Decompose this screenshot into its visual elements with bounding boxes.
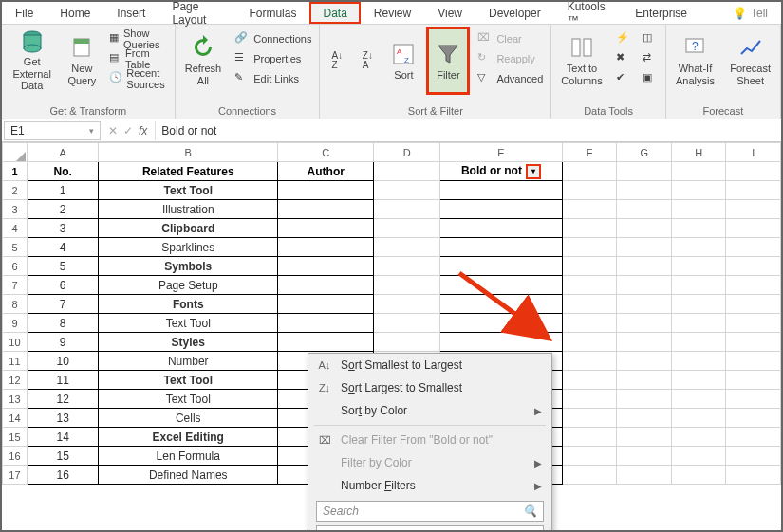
cell[interactable] <box>726 390 781 409</box>
cell[interactable] <box>617 447 672 466</box>
tab-review[interactable]: Review <box>361 2 424 24</box>
cell[interactable] <box>562 257 617 276</box>
cell[interactable] <box>374 162 439 181</box>
cell[interactable] <box>562 371 617 390</box>
cell[interactable]: Excel Editing <box>99 428 278 447</box>
what-if-button[interactable]: ? What-If Analysis <box>670 27 720 95</box>
cell[interactable] <box>439 276 562 295</box>
cell[interactable] <box>617 371 672 390</box>
row-header[interactable]: 9 <box>3 314 28 333</box>
get-external-data-button[interactable]: Get External Data <box>6 27 58 95</box>
cell[interactable]: 11 <box>27 371 98 390</box>
cell[interactable]: 5 <box>27 257 98 276</box>
forecast-sheet-button[interactable]: Forecast Sheet <box>724 27 776 95</box>
tab-data[interactable]: Data <box>309 2 360 24</box>
cell[interactable]: 1 <box>27 181 98 200</box>
cell[interactable]: Symbols <box>99 257 278 276</box>
cell[interactable] <box>726 371 781 390</box>
cell[interactable]: 12 <box>27 390 98 409</box>
cell[interactable]: 13 <box>27 409 98 428</box>
cell[interactable] <box>617 390 672 409</box>
tab-developer[interactable]: Developer <box>475 2 554 24</box>
cell[interactable]: Cells <box>99 409 278 428</box>
cell[interactable] <box>374 295 439 314</box>
cell[interactable]: Number <box>99 352 278 371</box>
cell[interactable] <box>374 181 439 200</box>
cell[interactable] <box>617 162 672 181</box>
cell[interactable] <box>278 181 374 200</box>
cell[interactable] <box>726 181 781 200</box>
cell-filter-header[interactable]: Bold or not▾ <box>439 162 562 181</box>
cell[interactable]: Sparklines <box>99 238 278 257</box>
col-header-F[interactable]: F <box>562 143 617 162</box>
cell[interactable] <box>562 466 617 485</box>
cell[interactable]: 7 <box>27 295 98 314</box>
cell[interactable] <box>617 314 672 333</box>
name-box[interactable]: E1 ▾ <box>4 121 101 140</box>
cell[interactable] <box>278 333 374 352</box>
cell[interactable] <box>278 314 374 333</box>
cell[interactable] <box>374 276 439 295</box>
cell[interactable]: Defined Names <box>99 466 278 485</box>
cell[interactable] <box>439 181 562 200</box>
row-header[interactable]: 3 <box>3 200 28 219</box>
edit-links-button[interactable]: ✎Edit Links <box>231 69 315 88</box>
cell[interactable] <box>726 428 781 447</box>
cell[interactable] <box>726 409 781 428</box>
cell[interactable] <box>562 428 617 447</box>
cell[interactable] <box>617 466 672 485</box>
cell[interactable]: Page Setup <box>99 276 278 295</box>
cell[interactable] <box>617 333 672 352</box>
sort-az-button[interactable]: A↓Z <box>324 27 350 95</box>
tab-enterprise[interactable]: Enterprise <box>622 2 700 24</box>
cell[interactable] <box>374 257 439 276</box>
cell[interactable] <box>726 333 781 352</box>
tab-view[interactable]: View <box>424 2 475 24</box>
clear-filter-button[interactable]: ⌧Clear <box>474 29 547 48</box>
cell[interactable] <box>671 295 726 314</box>
col-header-A[interactable]: A <box>27 143 98 162</box>
cell[interactable] <box>726 162 781 181</box>
cell[interactable]: Text Tool <box>99 390 278 409</box>
cell[interactable] <box>671 162 726 181</box>
cell[interactable] <box>617 409 672 428</box>
cell[interactable] <box>374 200 439 219</box>
cell[interactable] <box>726 257 781 276</box>
row-header[interactable]: 15 <box>3 428 28 447</box>
cell[interactable] <box>439 295 562 314</box>
cancel-icon[interactable]: ✕ <box>108 124 118 138</box>
cell[interactable] <box>671 447 726 466</box>
cell[interactable]: No. <box>27 162 98 181</box>
sort-color-item[interactable]: Sort by Color▶ <box>308 399 551 422</box>
filter-search-input[interactable]: Search🔍 <box>316 501 544 522</box>
cell[interactable] <box>726 200 781 219</box>
cell[interactable] <box>439 200 562 219</box>
select-all-cell[interactable] <box>3 143 28 162</box>
row-header[interactable]: 7 <box>3 276 28 295</box>
col-header-G[interactable]: G <box>617 143 672 162</box>
cell[interactable] <box>278 295 374 314</box>
cell[interactable] <box>562 333 617 352</box>
from-table-button[interactable]: ▤From Table <box>105 49 170 68</box>
cell[interactable]: 15 <box>27 447 98 466</box>
cell[interactable]: 6 <box>27 276 98 295</box>
sort-desc-item[interactable]: Z↓Sort Largest to Smallest <box>308 376 551 399</box>
cell[interactable] <box>726 447 781 466</box>
cell[interactable] <box>278 219 374 238</box>
row-header[interactable]: 2 <box>3 181 28 200</box>
cell[interactable] <box>439 333 562 352</box>
cell[interactable]: Text Tool <box>99 314 278 333</box>
row-header[interactable]: 5 <box>3 238 28 257</box>
cell[interactable] <box>439 314 562 333</box>
cell[interactable] <box>278 200 374 219</box>
cell[interactable] <box>726 466 781 485</box>
cell[interactable]: 2 <box>27 200 98 219</box>
cell[interactable] <box>726 238 781 257</box>
sort-asc-item[interactable]: A↓Sort Smallest to Largest <box>308 354 551 376</box>
col-header-C[interactable]: C <box>278 143 374 162</box>
sort-button[interactable]: AZ Sort <box>384 27 422 95</box>
cell[interactable]: Len Formula <box>99 447 278 466</box>
row-header[interactable]: 13 <box>3 390 28 409</box>
cell[interactable] <box>562 200 617 219</box>
properties-button[interactable]: ☰Properties <box>231 49 315 68</box>
